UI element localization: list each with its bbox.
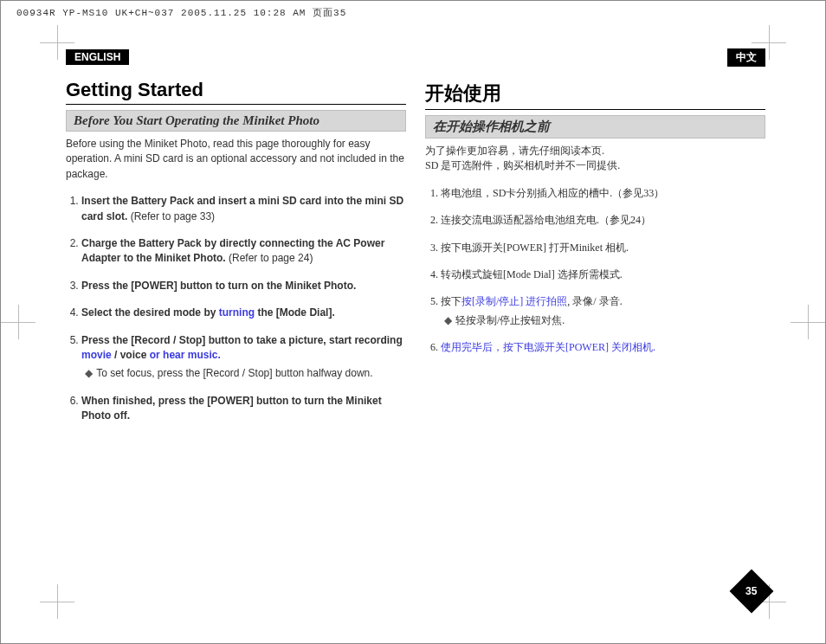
list-item: 连接交流电源适配器给电池组充电.（参见24） — [441, 213, 765, 228]
language-tab-chinese: 中文 — [727, 48, 765, 67]
intro-text: Before using the Miniket Photo, read thi… — [66, 137, 406, 182]
list-item: Charge the Battery Pack by directly conn… — [81, 236, 406, 267]
list-item: 按下按[录制/停止] 进行拍照, 录像/ 录音. ◆ 轻按录制/停止按钮对焦. — [441, 294, 765, 328]
section-subhead: Before You Start Operating the Miniket P… — [66, 110, 406, 132]
scan-header-text: 00934R YP-MS10 UK+CH~037 2005.11.25 10:2… — [16, 6, 346, 19]
crop-mark-icon — [791, 305, 825, 339]
page-title: Getting Started — [66, 67, 406, 105]
diamond-bullet-icon: ◆ — [442, 313, 453, 328]
section-subhead: 在开始操作相机之前 — [425, 115, 765, 138]
list-item: 将电池组，SD卡分别插入相应的槽中.（参见33） — [441, 186, 765, 201]
column-chinese: 中文 开始使用 在开始操作相机之前 为了操作更加容易，请先仔细阅读本页. SD … — [425, 48, 765, 435]
list-item: Press the [POWER] button to turn on the … — [81, 279, 406, 293]
steps-list: 将电池组，SD卡分别插入相应的槽中.（参见33） 连接交流电源适配器给电池组充电… — [425, 186, 765, 356]
list-item: Insert the Battery Pack and insert a min… — [81, 194, 406, 224]
column-english: ENGLISH Getting Started Before You Start… — [66, 48, 406, 435]
page-title: 开始使用 — [425, 68, 765, 110]
list-item: Select the desired mode by turning the [… — [81, 306, 406, 320]
list-item: When finished, press the [POWER] button … — [81, 394, 406, 424]
page-number: 35 — [745, 585, 757, 597]
manual-page: ENGLISH Getting Started Before You Start… — [66, 48, 765, 607]
list-item: 按下电源开关[POWER] 打开Miniket 相机. — [441, 241, 765, 255]
list-item: Press the [Record / Stop] button to take… — [81, 333, 406, 382]
diamond-bullet-icon: ◆ — [83, 366, 94, 381]
language-tab-english: ENGLISH — [66, 49, 129, 65]
steps-list: Insert the Battery Pack and insert a min… — [66, 194, 406, 423]
list-item: 使用完毕后，按下电源开关[POWER] 关闭相机. — [441, 340, 765, 355]
crop-mark-icon — [1, 305, 35, 339]
list-item: 转动模式旋钮[Mode Dial] 选择所需模式. — [441, 267, 765, 282]
intro-text: 为了操作更加容易，请先仔细阅读本页. SD 是可选附件，购买相机时并不一同提供. — [425, 144, 765, 174]
